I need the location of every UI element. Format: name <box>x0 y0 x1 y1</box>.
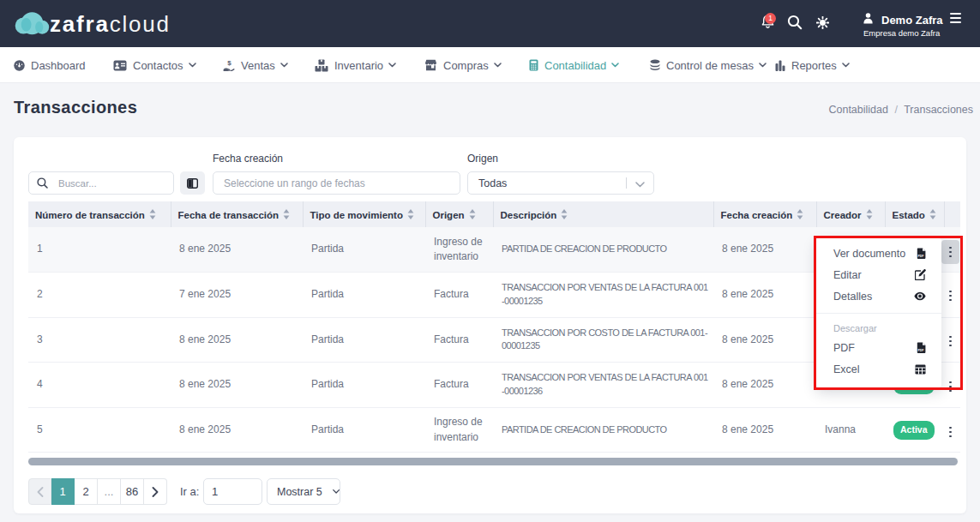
svg-text:$: $ <box>227 59 231 67</box>
